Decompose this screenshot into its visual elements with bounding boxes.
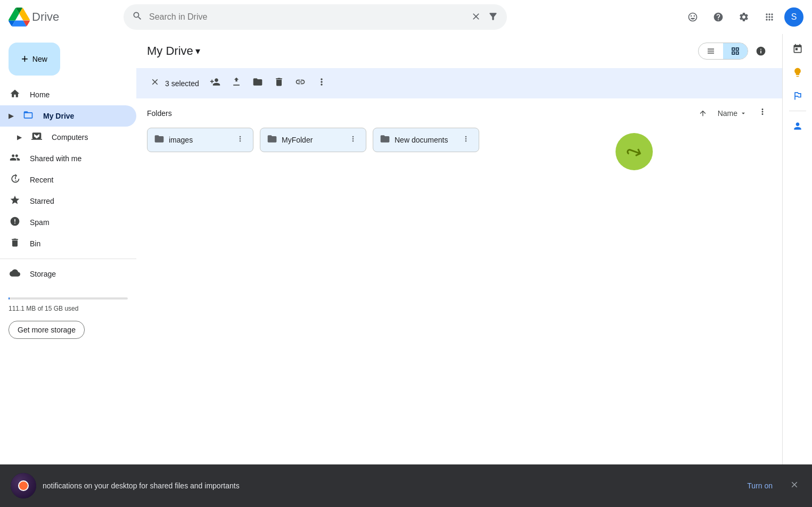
- sort-name-button[interactable]: Name: [713, 107, 751, 120]
- selection-toolbar: 3 selected: [136, 68, 782, 98]
- sidebar-item-shared[interactable]: Shared with me: [0, 148, 136, 169]
- sidebar-item-starred[interactable]: Starred: [0, 190, 136, 212]
- spam-label: Spam: [30, 218, 50, 227]
- keep-panel-button[interactable]: [787, 62, 808, 83]
- home-label: Home: [30, 90, 50, 99]
- sort-up-button[interactable]: [694, 107, 711, 120]
- new-button-label: New: [32, 55, 47, 63]
- get-more-storage-button[interactable]: Get more storage: [9, 321, 85, 339]
- header-right: [698, 40, 772, 62]
- panel-divider: [789, 111, 806, 111]
- computers-icon: [30, 131, 43, 144]
- cursor-bubble: ↩: [616, 133, 653, 170]
- clear-search-icon[interactable]: [471, 11, 481, 23]
- drive-title[interactable]: My Drive ▾: [147, 44, 200, 58]
- list-view-button[interactable]: [699, 43, 723, 59]
- settings-button[interactable]: [733, 6, 754, 28]
- sidebar-item-computers[interactable]: ▶ Computers: [0, 127, 136, 148]
- folders-grid: images MyFolder: [147, 128, 772, 152]
- sidebar: + New Home ▶ My Drive ▶ Computers: [0, 34, 136, 507]
- storage-bar-bg: [9, 297, 128, 300]
- sidebar-item-bin[interactable]: Bin: [0, 233, 136, 254]
- sidebar-item-recent[interactable]: Recent: [0, 169, 136, 190]
- notification-text: notifications on your desktop for shared…: [43, 481, 732, 490]
- storage-section: 111.1 MB of 15 GB used: [0, 285, 136, 317]
- folder-icon-new-documents: [380, 134, 390, 147]
- emoji-support-button[interactable]: [682, 6, 703, 28]
- download-button[interactable]: [227, 72, 246, 94]
- delete-button[interactable]: [269, 72, 289, 94]
- search-bar[interactable]: [124, 4, 507, 30]
- view-toggle: [698, 43, 748, 60]
- new-button[interactable]: + New: [9, 43, 60, 76]
- bin-icon: [9, 237, 21, 251]
- avatar[interactable]: S: [784, 7, 803, 27]
- storage-icon: [9, 268, 21, 281]
- recent-label: Recent: [30, 176, 53, 184]
- sort-controls: Name: [694, 103, 772, 123]
- folder-menu-new-documents[interactable]: [460, 132, 472, 147]
- help-button[interactable]: [708, 6, 729, 28]
- notification-close-button[interactable]: [788, 478, 801, 494]
- info-button[interactable]: [750, 40, 772, 62]
- folder-icon-myfolder: [267, 134, 277, 147]
- folder-menu-images[interactable]: [234, 132, 247, 147]
- folder-card-new-documents[interactable]: New documents: [373, 128, 479, 152]
- deselect-button[interactable]: [147, 74, 163, 93]
- spam-icon: [9, 216, 21, 229]
- sort-name-label: Name: [718, 109, 737, 118]
- folder-name-new-documents: New documents: [395, 136, 455, 144]
- folder-menu-myfolder[interactable]: [347, 132, 359, 147]
- sidebar-item-home[interactable]: Home: [0, 84, 136, 105]
- sidebar-divider: [0, 259, 136, 259]
- turn-on-button[interactable]: Turn on: [739, 477, 781, 494]
- right-panel: +: [782, 34, 812, 507]
- content-main: My Drive ▾: [136, 34, 812, 507]
- my-drive-label: My Drive: [43, 112, 74, 120]
- sidebar-item-storage[interactable]: Storage: [0, 263, 136, 285]
- folders-section: Folders Name: [136, 98, 782, 507]
- expand-icon: ▶: [9, 112, 13, 120]
- folder-name-images: images: [169, 136, 229, 144]
- apps-button[interactable]: [759, 6, 780, 28]
- calendar-panel-button[interactable]: [787, 38, 808, 60]
- main-layout: + New Home ▶ My Drive ▶ Computers: [0, 34, 812, 507]
- sidebar-item-my-drive[interactable]: ▶ My Drive: [0, 105, 136, 127]
- storage-bar-fill: [9, 297, 10, 300]
- sort-more-button[interactable]: [753, 103, 772, 123]
- shared-icon: [9, 152, 21, 165]
- content-header: My Drive ▾: [136, 34, 782, 68]
- search-icon: [132, 11, 143, 24]
- starred-icon: [9, 195, 21, 208]
- storage-text: 111.1 MB of 15 GB used: [9, 305, 78, 312]
- folders-title: Folders: [147, 109, 172, 118]
- more-toolbar-button[interactable]: [312, 72, 331, 94]
- link-button[interactable]: [291, 72, 310, 94]
- selected-count-text: 3 selected: [165, 79, 199, 88]
- grid-view-button[interactable]: [723, 43, 748, 59]
- tasks-panel-button[interactable]: [787, 85, 808, 106]
- notification-banner: notifications on your desktop for shared…: [0, 464, 812, 507]
- folder-card-myfolder[interactable]: MyFolder: [260, 128, 366, 152]
- sidebar-item-spam[interactable]: Spam: [0, 212, 136, 233]
- computers-expand-icon: ▶: [17, 134, 22, 141]
- folder-name-myfolder: MyFolder: [282, 136, 342, 144]
- new-plus-icon: +: [21, 52, 28, 66]
- topbar-right: S: [682, 6, 803, 28]
- content: My Drive ▾: [136, 34, 782, 507]
- starred-label: Starred: [30, 197, 54, 205]
- shared-label: Shared with me: [30, 154, 81, 163]
- move-button[interactable]: [248, 72, 267, 94]
- drive-dropdown-icon: ▾: [195, 45, 200, 57]
- share-button[interactable]: [206, 72, 225, 94]
- my-drive-icon: [22, 110, 35, 123]
- storage-label: Storage: [30, 270, 56, 278]
- topbar: Drive S: [0, 0, 812, 34]
- search-input[interactable]: [149, 12, 464, 22]
- folder-card-images[interactable]: images: [147, 128, 253, 152]
- search-filter-icon[interactable]: [488, 11, 498, 23]
- recent-icon: [9, 173, 21, 187]
- cursor-arrow-icon: ↩: [623, 138, 646, 165]
- app-title: Drive: [32, 10, 59, 24]
- contacts-panel-button[interactable]: [787, 115, 808, 137]
